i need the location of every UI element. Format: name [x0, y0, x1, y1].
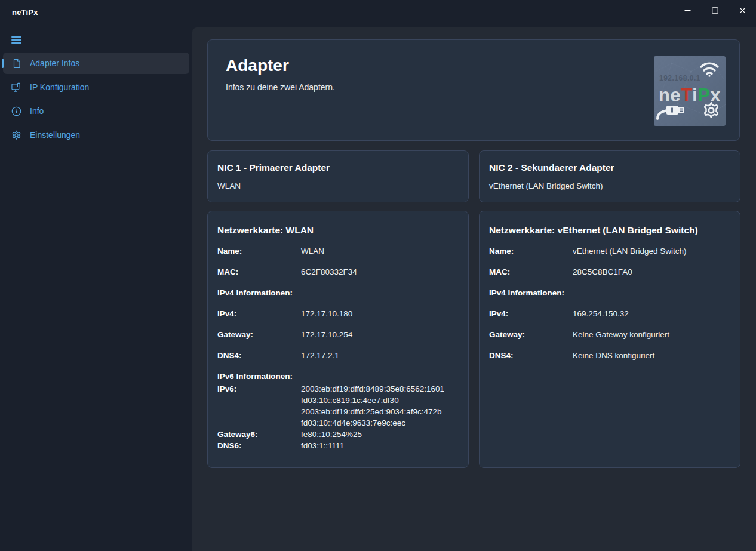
dns4-row: DNS4: Keine DNS konfiguriert	[489, 351, 730, 361]
vethernet-detail-card: Netzwerkkarte: vEthernet (LAN Bridged Sw…	[479, 211, 740, 468]
logo-watermark: 192.168.0.1	[659, 74, 700, 82]
main-content: Adapter Infos zu deine zwei Adaptern. 19…	[192, 27, 756, 551]
sidebar-item-label: Info	[30, 106, 44, 116]
hamburger-icon	[11, 35, 21, 45]
sidebar-item-einstellungen[interactable]: Einstellungen	[3, 124, 189, 146]
mac-row: MAC: 28C5C8BC1FA0	[489, 267, 730, 277]
gear-icon	[11, 130, 21, 140]
dns6-row: DNS6: fd03:1::1111	[217, 440, 459, 451]
ipv4-section-heading: IPv4 Informationen:	[217, 288, 459, 298]
close-button[interactable]	[729, 0, 756, 20]
minimize-icon	[684, 7, 691, 14]
maximize-icon	[712, 7, 718, 14]
sidebar-item-label: IP Konfiguration	[30, 82, 89, 92]
sidebar-item-ip-konfiguration[interactable]: IP Konfiguration	[3, 76, 189, 98]
gateway-row: Gateway: Keine Gateway konfiguriert	[489, 330, 730, 340]
plug-icon	[656, 98, 690, 122]
ipv4-section-heading: IPv4 Informationen:	[489, 288, 730, 298]
gateway6-row: Gateway6: fe80::10:254%25	[217, 429, 459, 440]
ipv4-row: IPv4: 169.254.150.32	[489, 309, 730, 319]
name-row: Name: vEthernet (LAN Bridged Switch)	[489, 247, 730, 256]
dns4-row: DNS4: 172.17.2.1	[217, 351, 459, 361]
nic2-title: NIC 2 - Sekundaerer Adapter	[489, 162, 730, 173]
nic1-title: NIC 1 - Primaerer Adapter	[217, 162, 459, 173]
sidebar-item-info[interactable]: Info	[3, 100, 189, 122]
selected-indicator	[2, 59, 4, 68]
nic1-card: NIC 1 - Primaerer Adapter WLAN	[207, 150, 469, 202]
maximize-button[interactable]	[701, 0, 729, 20]
page-title: Adapter	[226, 56, 721, 75]
ipv6-address-list: 2003:eb:df19:dffd:8489:35e8:6562:1601 fd…	[301, 383, 444, 429]
sidebar-item-label: Einstellungen	[30, 130, 80, 140]
minimize-button[interactable]	[674, 0, 701, 20]
document-icon	[11, 59, 21, 69]
info-circle-icon	[11, 106, 21, 116]
gateway-row: Gateway: 172.17.10.254	[217, 330, 459, 340]
sidebar: Adapter Infos IP Konfiguration Info	[0, 27, 192, 551]
name-row: Name: WLAN	[217, 247, 459, 256]
ipv6-section-heading: IPv6 Informationen:	[217, 372, 459, 381]
wlan-detail-card: Netzwerkkarte: WLAN Name: WLAN MAC: 6C2F…	[207, 211, 469, 468]
ipv6-address: fd03:10::4d4e:9633:7e9c:eec	[301, 417, 444, 429]
sidebar-item-label: Adapter Infos	[30, 59, 79, 68]
page-subtitle: Infos zu deine zwei Adaptern.	[226, 82, 721, 92]
caption-buttons	[674, 0, 756, 20]
ipv6-address: 2003:eb:df19:dffd:8489:35e8:6562:1601	[301, 383, 444, 395]
menu-toggle-button[interactable]	[5, 31, 27, 49]
app-title: neTiPx	[12, 8, 38, 17]
card-title: Netzwerkkarte: WLAN	[217, 224, 459, 236]
ipv4-row: IPv4: 172.17.10.180	[217, 309, 459, 319]
nic2-adapter-name: vEthernet (LAN Bridged Switch)	[489, 181, 730, 190]
app-logo: 192.168.0.1 neTiPx	[654, 56, 726, 126]
nic2-card: NIC 2 - Sekundaerer Adapter vEthernet (L…	[479, 150, 740, 202]
header-card: Adapter Infos zu deine zwei Adaptern. 19…	[207, 39, 740, 141]
card-title: Netzwerkkarte: vEthernet (LAN Bridged Sw…	[489, 224, 730, 236]
close-icon	[739, 7, 746, 14]
ipv6-address: 2003:eb:df19:dffd:25ed:9034:af9c:472b	[301, 406, 444, 417]
titlebar: neTiPx	[0, 0, 756, 27]
mac-row: MAC: 6C2F80332F34	[217, 267, 459, 277]
wifi-icon	[699, 61, 720, 80]
ipv6-row: IPv6: 2003:eb:df19:dffd:8489:35e8:6562:1…	[217, 383, 459, 429]
nic1-adapter-name: WLAN	[217, 181, 459, 190]
sidebar-item-adapter-infos[interactable]: Adapter Infos	[3, 53, 189, 74]
ipv6-address: fd03:10::c819:1c:4ee7:df30	[301, 395, 444, 406]
monitor-icon	[11, 82, 21, 93]
gear-icon	[702, 101, 720, 122]
